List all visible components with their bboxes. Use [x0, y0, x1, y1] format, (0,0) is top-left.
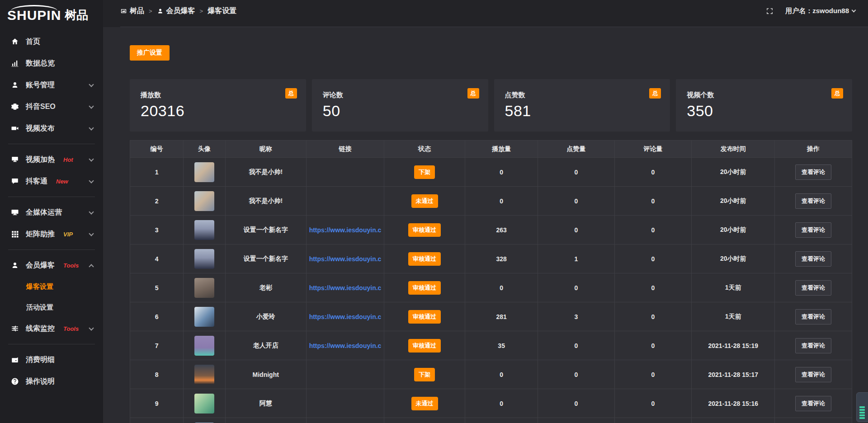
tools-tag: Tools	[63, 325, 79, 332]
view-comments-button[interactable]: 查看评论	[795, 164, 831, 180]
status-badge[interactable]: 未通过	[411, 397, 438, 410]
sidebar-item-matrix-boost[interactable]: 矩阵助推 VIP	[0, 223, 103, 245]
screen-icon	[11, 155, 19, 164]
status-badge[interactable]: 审核通过	[408, 223, 441, 237]
total-badge: 总	[831, 88, 843, 99]
cell-plays: 0	[465, 389, 538, 418]
username-label: 用户名：zswodun88	[785, 7, 849, 15]
stat-value: 350	[687, 102, 841, 120]
chevron-down-icon	[852, 8, 856, 12]
stat-card-likes: 点赞数 581 总	[494, 79, 670, 132]
view-comments-button[interactable]: 查看评论	[795, 338, 831, 353]
sidebar-item-omnimedia-ops[interactable]: 全媒体运营	[0, 202, 103, 223]
user-icon	[11, 261, 19, 269]
view-comments-button[interactable]: 查看评论	[795, 193, 831, 209]
cell-comments: 0	[614, 158, 692, 187]
bar-chart-icon	[11, 59, 19, 67]
cell-likes: 0	[538, 158, 614, 187]
sidebar-item-lead-monitor[interactable]: 线索监控 Tools	[0, 318, 103, 339]
chevron-down-icon	[89, 209, 94, 214]
sidebar-item-account-management[interactable]: 账号管理	[0, 74, 103, 96]
status-badge[interactable]: 未通过	[411, 194, 438, 208]
cell-published: 2021-11-28 15:19	[692, 331, 775, 360]
sidebar-item-label: 抖音SEO	[26, 102, 56, 112]
status-badge[interactable]: 审核通过	[408, 310, 441, 324]
sidebar-item-operation-guide[interactable]: 操作说明	[0, 371, 103, 392]
breadcrumb-item-shupin[interactable]: 树品	[120, 6, 144, 16]
promotion-settings-button[interactable]: 推广设置	[130, 45, 170, 61]
avatar	[194, 307, 214, 327]
sidebar-item-video-heating[interactable]: 视频加热 Hot	[0, 149, 103, 170]
video-link[interactable]: https://www.iesdouyin.c	[309, 313, 382, 320]
cell-link[interactable]: https://www.iesdouyin.c	[306, 216, 384, 244]
avatar	[194, 394, 214, 414]
col-header-status: 状态	[384, 141, 465, 158]
sidebar-subitem-activity-settings[interactable]: 活动设置	[0, 297, 103, 318]
table-row: 2 我不是小帅! 未通过 0 0 0 20小时前 查看评论	[130, 187, 852, 216]
breadcrumb-label: 树品	[130, 6, 144, 16]
cell-link[interactable]: https://www.iesdouyin.c	[306, 302, 384, 331]
stat-card-videos: 视频个数 350 总	[676, 79, 852, 132]
status-badge[interactable]: 审核通过	[408, 339, 441, 352]
cell-link	[306, 389, 384, 418]
sidebar-divider	[8, 249, 95, 250]
cell-link[interactable]: https://www.iesdouyin.c	[306, 244, 384, 273]
sidebar-item-member-baoke[interactable]: 会员爆客 Tools	[0, 254, 103, 276]
new-tag: New	[56, 178, 68, 185]
video-camera-icon	[11, 124, 19, 132]
col-header-comments: 评论量	[614, 141, 692, 158]
floating-contact-widget[interactable]	[856, 392, 868, 422]
status-badge[interactable]: 下架	[414, 165, 435, 179]
stat-card-plays: 播放数 20316 总	[130, 79, 306, 132]
view-comments-button[interactable]: 查看评论	[795, 396, 831, 411]
sidebar-item-home[interactable]: 首页	[0, 31, 103, 52]
monitor-icon	[11, 208, 19, 216]
video-link[interactable]: https://www.iesdouyin.c	[309, 255, 382, 263]
app-logo[interactable]: SHUPIN 树品	[0, 0, 103, 27]
gear-icon	[11, 103, 19, 111]
cell-likes	[538, 418, 614, 423]
stat-label: 视频个数	[687, 91, 841, 99]
sidebar-item-expense-detail[interactable]: 消费明细	[0, 349, 103, 371]
logo-text-cn: 树品	[65, 5, 88, 23]
cell-nickname: 设置一个新名字	[225, 216, 306, 244]
table-row: 4 设置一个新名字 https://www.iesdouyin.c 审核通过 3…	[130, 244, 852, 273]
view-comments-button[interactable]: 查看评论	[795, 251, 831, 267]
status-badge[interactable]: 审核通过	[408, 281, 441, 295]
stat-value: 20316	[141, 102, 295, 120]
breadcrumb-separator: >	[200, 8, 203, 14]
status-badge[interactable]: 下架	[414, 368, 435, 381]
view-comments-button[interactable]: 查看评论	[795, 280, 831, 296]
cell-plays: 0	[465, 158, 538, 187]
sliders-icon	[11, 324, 19, 333]
breadcrumb-item-baoke-settings: 爆客设置	[208, 6, 236, 16]
cell-published: 20小时前	[692, 216, 775, 244]
video-link[interactable]: https://www.iesdouyin.c	[309, 342, 382, 349]
grid-icon	[11, 230, 19, 238]
sidebar-item-data-overview[interactable]: 数据总览	[0, 52, 103, 74]
cell-comments: 0	[614, 216, 692, 244]
cell-published: 20小时前	[692, 244, 775, 273]
cell-published: 20小时前	[692, 158, 775, 187]
col-header-published: 发布时间	[692, 141, 775, 158]
sidebar-item-douketong[interactable]: 抖客通 New	[0, 170, 103, 192]
cell-actions	[775, 418, 852, 423]
view-comments-button[interactable]: 查看评论	[795, 222, 831, 238]
cell-comments: 0	[614, 302, 692, 331]
sidebar-item-douyin-seo[interactable]: 抖音SEO	[0, 96, 103, 118]
status-badge[interactable]: 审核通过	[408, 252, 441, 266]
video-link[interactable]: https://www.iesdouyin.c	[309, 226, 382, 234]
cell-likes: 0	[538, 216, 614, 244]
view-comments-button[interactable]: 查看评论	[795, 367, 831, 382]
cell-link[interactable]: https://www.iesdouyin.c	[306, 331, 384, 360]
sidebar-subitem-baoke-settings[interactable]: 爆客设置	[0, 276, 103, 297]
sidebar-item-video-publish[interactable]: 视频发布	[0, 118, 103, 139]
cell-likes: 0	[538, 187, 614, 216]
breadcrumb-item-member-baoke[interactable]: 会员爆客	[157, 6, 195, 16]
video-link[interactable]: https://www.iesdouyin.c	[309, 284, 382, 291]
view-comments-button[interactable]: 查看评论	[795, 309, 831, 324]
fullscreen-icon[interactable]	[766, 7, 774, 15]
username-menu[interactable]: 用户名：zswodun88	[785, 7, 855, 15]
cell-comments: 0	[614, 360, 692, 389]
cell-link[interactable]: https://www.iesdouyin.c	[306, 273, 384, 302]
